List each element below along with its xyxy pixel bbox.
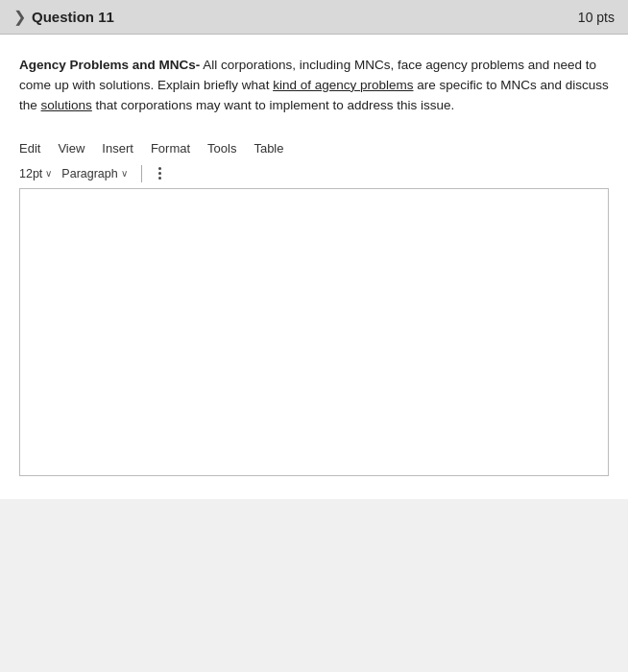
editor-toolbar-bottom: 12pt ∨ Paragraph ∨ bbox=[19, 161, 609, 188]
dot1 bbox=[158, 167, 161, 170]
menu-edit[interactable]: Edit bbox=[19, 141, 40, 156]
points-label: 10 pts bbox=[578, 10, 615, 25]
nav-arrow[interactable]: ❯ bbox=[13, 8, 26, 26]
answer-text-input[interactable] bbox=[19, 188, 609, 476]
font-size-dropdown[interactable]: 12pt ∨ bbox=[19, 167, 52, 180]
menu-insert[interactable]: Insert bbox=[102, 141, 133, 156]
question-text-bold: Agency Problems and MNCs- bbox=[19, 58, 200, 72]
paragraph-dropdown[interactable]: Paragraph ∨ bbox=[61, 167, 127, 180]
editor-toolbar-top: Edit View Insert Format Tools Table bbox=[19, 132, 609, 161]
question-title: Question 11 bbox=[32, 9, 114, 25]
paragraph-chevron: ∨ bbox=[121, 168, 128, 179]
question-text-underline2: solutions bbox=[41, 98, 92, 112]
question-text-underline1: kind of agency problems bbox=[273, 78, 413, 92]
font-size-value: 12pt bbox=[19, 167, 42, 180]
dot3 bbox=[158, 177, 161, 180]
paragraph-label: Paragraph bbox=[61, 167, 117, 180]
font-size-chevron: ∨ bbox=[45, 168, 52, 179]
toolbar-separator bbox=[141, 165, 142, 182]
question-text-normal3: that corporations may want to implement … bbox=[92, 98, 454, 112]
menu-view[interactable]: View bbox=[58, 141, 85, 156]
question-text: Agency Problems and MNCs- All corporatio… bbox=[19, 56, 609, 116]
menu-table[interactable]: Table bbox=[254, 141, 283, 156]
more-options-button[interactable] bbox=[156, 165, 164, 181]
question-body: Agency Problems and MNCs- All corporatio… bbox=[0, 35, 628, 132]
page-container: ❯ Question 11 10 pts Agency Problems and… bbox=[0, 0, 628, 672]
menu-format[interactable]: Format bbox=[151, 141, 190, 156]
menu-tools[interactable]: Tools bbox=[207, 141, 236, 156]
dot2 bbox=[158, 172, 161, 175]
question-title-area: ❯ Question 11 bbox=[13, 8, 114, 26]
editor-area: Edit View Insert Format Tools Table 12pt… bbox=[0, 132, 628, 499]
question-header: ❯ Question 11 10 pts bbox=[0, 0, 628, 35]
